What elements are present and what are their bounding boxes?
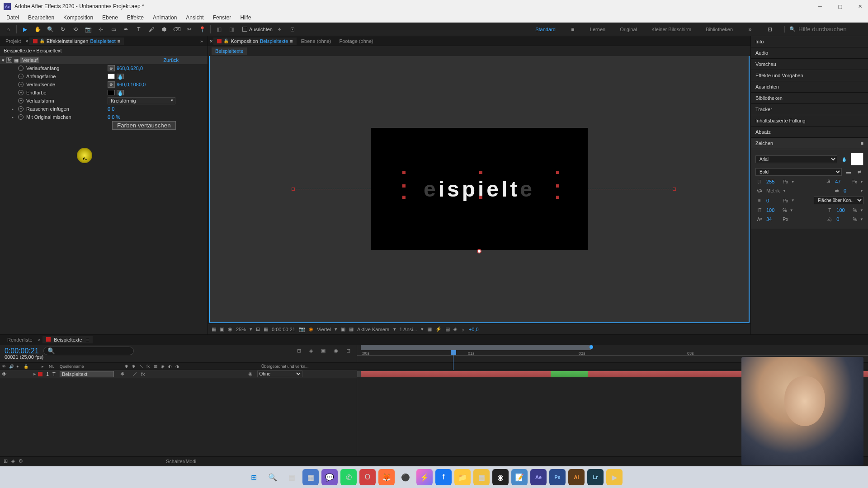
panel-info[interactable]: Info: [751, 36, 868, 47]
font-size-value[interactable]: 255: [766, 179, 780, 184]
fx-badge[interactable]: fx: [6, 57, 12, 63]
tl-tool-icon[interactable]: ⊞: [297, 348, 301, 354]
handle[interactable]: [402, 184, 406, 188]
menu-effekte[interactable]: Effekte: [123, 14, 148, 22]
comp-canvas[interactable]: eispielte: [371, 128, 588, 250]
taskbar-facebook-icon[interactable]: f: [435, 469, 452, 485]
timeline-playhead[interactable]: [451, 350, 456, 355]
handle[interactable]: [479, 196, 482, 199]
layer-label-color[interactable]: [38, 372, 42, 376]
taskbar-firefox-icon[interactable]: 🦊: [378, 469, 395, 485]
leading-value[interactable]: 47: [835, 179, 849, 184]
tl-footer-icon[interactable]: ⊞: [4, 458, 8, 464]
work-area-bar[interactable]: [361, 345, 591, 350]
timeline-timecode[interactable]: 0:00:00:21: [5, 347, 39, 355]
kerning-value[interactable]: Metrik: [766, 188, 780, 193]
minimize-button[interactable]: ─: [816, 2, 825, 11]
menu-ebene[interactable]: Ebene: [98, 14, 123, 22]
expand-icon[interactable]: ▸: [12, 115, 14, 119]
snapshot-icon[interactable]: 📷: [299, 326, 305, 332]
taskbar-messenger-icon[interactable]: ⚡: [416, 469, 433, 485]
dropdown-icon[interactable]: ▼: [791, 198, 795, 202]
expand-icon[interactable]: ▸: [12, 107, 14, 111]
workspace-overflow-icon[interactable]: »: [745, 24, 755, 35]
layer-visibility-icon[interactable]: 👁: [2, 371, 7, 377]
timeline-ruler[interactable]: :00s 01s 02s 03s: [357, 345, 868, 356]
col-switch-icon[interactable]: ◐: [168, 364, 174, 369]
menu-fenster[interactable]: Fenster: [208, 14, 236, 22]
effect-name[interactable]: Verlauf: [20, 57, 39, 63]
col-switch-icon[interactable]: fx: [146, 364, 152, 369]
snap-tool-2[interactable]: ⊡: [287, 24, 298, 35]
handle[interactable]: [292, 188, 295, 191]
col-audio-icon[interactable]: 🔊: [9, 364, 14, 369]
col-solo-icon[interactable]: ●: [16, 364, 22, 369]
workspace-bibliotheken[interactable]: Bibliotheken: [703, 26, 736, 33]
col-label-icon[interactable]: ▸: [42, 364, 47, 369]
layer-switch-icon[interactable]: ✱: [120, 371, 124, 377]
comp-flowchart-icon[interactable]: ◈: [453, 326, 457, 332]
help-search-input[interactable]: [798, 26, 862, 33]
workspace-standard[interactable]: Standard: [533, 26, 558, 33]
anchor-tool[interactable]: ⊹: [95, 24, 106, 35]
parent-dropdown[interactable]: Ohne: [257, 371, 302, 377]
taskbar-ai-icon[interactable]: Ai: [568, 469, 585, 485]
dropdown-icon[interactable]: ▼: [860, 189, 863, 193]
brush-tool[interactable]: 🖌: [146, 24, 157, 35]
dropdown-icon[interactable]: ▼: [791, 180, 795, 184]
taskbar-taskview-icon[interactable]: ▤: [283, 469, 300, 485]
zoom-dropdown-icon[interactable]: ▾: [250, 326, 252, 332]
color-swatch[interactable]: [108, 74, 115, 79]
workspace-kleiner[interactable]: Kleiner Bildschirm: [649, 26, 694, 33]
eraser-tool[interactable]: ⌫: [171, 24, 182, 35]
taskbar-widgets-icon[interactable]: ▦: [302, 469, 319, 485]
dropdown-icon[interactable]: ▼: [860, 180, 863, 184]
baseline-value[interactable]: 34: [766, 216, 780, 222]
tab-komposition[interactable]: 🔒 Komposition Beispieltexte ≡: [213, 38, 296, 45]
roi-icon[interactable]: ▣: [341, 326, 345, 332]
switch-mode-label[interactable]: Schalter/Modi: [166, 459, 196, 464]
taskbar-app-icon[interactable]: ▦: [473, 469, 490, 485]
fast-preview-icon[interactable]: ⚡: [435, 326, 442, 332]
handle[interactable]: [556, 184, 559, 188]
pixel-aspect-icon[interactable]: ▦: [427, 326, 432, 332]
tab-projekt[interactable]: Projekt: [2, 38, 24, 45]
taskbar-ae-icon[interactable]: Ae: [530, 469, 547, 485]
stopwatch-icon[interactable]: [18, 90, 24, 95]
effect-expand-icon[interactable]: ▾: [2, 57, 5, 63]
taskbar-ps-icon[interactable]: Ps: [549, 469, 566, 485]
timeline-layer-row[interactable]: 👁 ▸ 1 T Beispieltext ✱ ／ fx ◉ Ohne: [0, 370, 357, 378]
col-lock-icon[interactable]: 🔒: [24, 364, 29, 369]
workspace-lernen[interactable]: Lernen: [587, 26, 608, 33]
grid-icon[interactable]: ▦: [264, 326, 268, 332]
stopwatch-icon[interactable]: [18, 114, 24, 120]
panel-absatz[interactable]: Absatz: [751, 127, 868, 138]
effect-header[interactable]: ▾ fx ▦ Verlauf Zurück: [0, 56, 208, 64]
channel-icon[interactable]: ▣: [220, 326, 224, 332]
zoom-value[interactable]: 25%: [236, 327, 246, 332]
composition-viewer[interactable]: eispielte: [209, 56, 750, 323]
tab-footage[interactable]: Footage (ohne): [335, 38, 377, 45]
prop-value[interactable]: 0,0 %: [108, 114, 120, 120]
alpha-icon[interactable]: ▦: [212, 326, 216, 332]
shape-tool[interactable]: ▭: [108, 24, 119, 35]
lock-icon[interactable]: 🔒: [39, 38, 45, 43]
taskbar-opera-icon[interactable]: O: [359, 469, 376, 485]
handle[interactable]: [556, 196, 559, 199]
dropdown-icon[interactable]: ▼: [790, 208, 793, 212]
taskbar-app-icon[interactable]: ▶: [606, 469, 623, 485]
exposure-value[interactable]: +0,0: [469, 327, 479, 332]
taskbar-app-icon[interactable]: 📝: [511, 469, 528, 485]
font-family-dropdown[interactable]: Arial: [755, 155, 837, 163]
taskbar-windows-icon[interactable]: ⊞: [245, 469, 262, 485]
tab-close-icon[interactable]: ×: [210, 38, 212, 44]
dropdown-icon[interactable]: ▼: [860, 217, 863, 221]
panel-menu-icon[interactable]: ≡: [861, 141, 863, 146]
taskbar-lr-icon[interactable]: Lr: [587, 469, 604, 485]
panel-fuellung[interactable]: Inhaltsbasierte Füllung: [751, 115, 868, 127]
crosshair-icon[interactable]: ⊕: [108, 65, 115, 71]
menu-animation[interactable]: Animation: [148, 14, 181, 22]
rotation-tool[interactable]: ⟲: [70, 24, 81, 35]
parent-pickwhip-icon[interactable]: ◉: [248, 371, 253, 377]
stroke-value[interactable]: 0: [766, 198, 780, 203]
